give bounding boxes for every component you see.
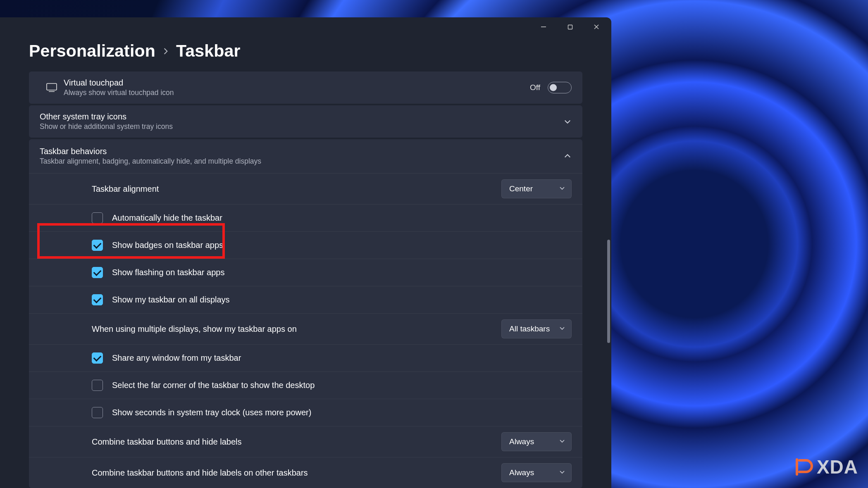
- auto-hide-label: Automatically hide the taskbar: [112, 213, 572, 223]
- chevron-down-icon: [559, 324, 565, 333]
- combine-other-row: Combine taskbar buttons and hide labels …: [29, 457, 582, 488]
- all-displays-row[interactable]: Show my taskbar on all displays: [29, 286, 582, 313]
- virtual-touchpad-title: Virtual touchpad: [64, 78, 530, 88]
- titlebar: [0, 17, 611, 36]
- settings-window: Personalization Taskbar Virtual touchpad…: [0, 17, 611, 488]
- badges-label: Show badges on taskbar apps: [112, 240, 572, 250]
- behaviors-subtitle: Taskbar alignment, badging, automaticall…: [40, 157, 563, 166]
- maximize-button[interactable]: [557, 17, 583, 36]
- combine-other-dropdown[interactable]: Always: [501, 463, 572, 482]
- combine-buttons-value: Always: [509, 437, 534, 446]
- virtual-touchpad-subtitle: Always show virtual touchpad icon: [64, 88, 530, 97]
- chevron-right-icon: [162, 45, 169, 58]
- flashing-label: Show flashing on taskbar apps: [112, 268, 572, 277]
- combine-buttons-dropdown[interactable]: Always: [501, 432, 572, 451]
- breadcrumb-current: Taskbar: [176, 41, 241, 61]
- share-window-row[interactable]: Share any window from my taskbar: [29, 344, 582, 371]
- other-tray-icons-row[interactable]: Other system tray icons Show or hide add…: [29, 105, 582, 138]
- combine-buttons-label: Combine taskbar buttons and hide labels: [92, 437, 501, 447]
- share-window-checkbox[interactable]: [92, 352, 103, 364]
- svg-rect-1: [568, 25, 572, 29]
- multi-display-apps-value: All taskbars: [509, 324, 550, 333]
- virtual-touchpad-row[interactable]: Virtual touchpad Always show virtual tou…: [29, 71, 582, 104]
- watermark-text: XDA: [817, 456, 858, 478]
- auto-hide-row[interactable]: Automatically hide the taskbar: [29, 204, 582, 231]
- taskbar-alignment-dropdown[interactable]: Center: [501, 179, 572, 198]
- minimize-button[interactable]: [530, 17, 557, 36]
- taskbar-behaviors-section: Taskbar behaviors Taskbar alignment, bad…: [29, 139, 582, 488]
- chevron-down-icon: [563, 117, 572, 126]
- multi-display-apps-label: When using multiple displays, show my ta…: [92, 324, 501, 334]
- virtual-touchpad-toggle[interactable]: [548, 82, 572, 93]
- other-tray-subtitle: Show or hide additional system tray icon…: [40, 122, 563, 131]
- combine-other-label: Combine taskbar buttons and hide labels …: [92, 468, 501, 478]
- badges-checkbox[interactable]: [92, 240, 103, 251]
- xda-logo-icon: [794, 457, 813, 477]
- seconds-row[interactable]: Show seconds in system tray clock (uses …: [29, 399, 582, 426]
- svg-rect-4: [47, 83, 57, 90]
- badges-row[interactable]: Show badges on taskbar apps: [29, 231, 582, 259]
- multi-display-apps-dropdown[interactable]: All taskbars: [501, 319, 572, 338]
- watermark: XDA: [794, 456, 858, 478]
- share-window-label: Share any window from my taskbar: [112, 353, 572, 363]
- other-tray-title: Other system tray icons: [40, 112, 563, 121]
- flashing-row[interactable]: Show flashing on taskbar apps: [29, 259, 582, 286]
- virtual-touchpad-state: Off: [530, 83, 540, 92]
- combine-other-value: Always: [509, 468, 534, 477]
- scrollbar[interactable]: [607, 240, 610, 343]
- seconds-label: Show seconds in system tray clock (uses …: [112, 408, 572, 417]
- chevron-up-icon: [563, 152, 572, 160]
- behaviors-title: Taskbar behaviors: [40, 147, 563, 156]
- seconds-checkbox[interactable]: [92, 407, 103, 418]
- chevron-down-icon: [559, 437, 565, 446]
- breadcrumb-parent[interactable]: Personalization: [29, 41, 155, 61]
- all-displays-label: Show my taskbar on all displays: [112, 295, 572, 305]
- touchpad-icon: [40, 83, 64, 92]
- chevron-down-icon: [559, 468, 565, 477]
- far-corner-checkbox[interactable]: [92, 380, 103, 391]
- far-corner-label: Select the far corner of the taskbar to …: [112, 381, 572, 390]
- multi-display-apps-row: When using multiple displays, show my ta…: [29, 313, 582, 344]
- chevron-down-icon: [559, 184, 565, 193]
- taskbar-alignment-row: Taskbar alignment Center: [29, 173, 582, 204]
- flashing-checkbox[interactable]: [92, 267, 103, 278]
- taskbar-alignment-value: Center: [509, 184, 533, 193]
- taskbar-alignment-label: Taskbar alignment: [92, 184, 501, 194]
- all-displays-checkbox[interactable]: [92, 294, 103, 305]
- breadcrumb: Personalization Taskbar: [29, 41, 582, 61]
- far-corner-row[interactable]: Select the far corner of the taskbar to …: [29, 371, 582, 399]
- close-button[interactable]: [583, 17, 610, 36]
- taskbar-behaviors-header[interactable]: Taskbar behaviors Taskbar alignment, bad…: [29, 139, 582, 173]
- auto-hide-checkbox[interactable]: [92, 212, 103, 224]
- combine-buttons-row: Combine taskbar buttons and hide labels …: [29, 426, 582, 457]
